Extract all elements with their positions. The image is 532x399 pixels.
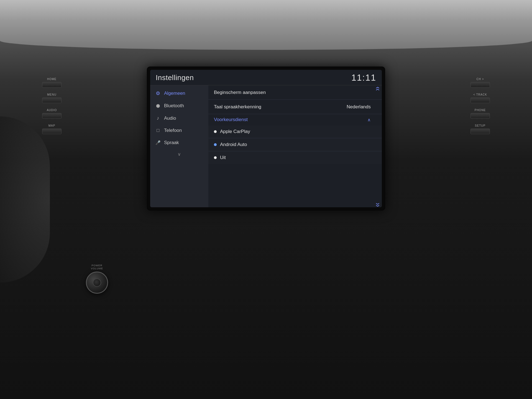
home-btn-group: HOME [42,78,62,88]
power-knob-inner [93,278,101,287]
track-btn-group: < TRACK [470,93,490,103]
taal-label: Taal spraakherkenning [214,104,261,110]
audio-button[interactable] [42,113,62,119]
setup-button[interactable] [470,129,490,134]
sidebar-item-spraak[interactable]: 🎤 Spraak [150,137,208,149]
power-volume-knob[interactable] [86,272,108,294]
screen-body: ⚙ Algemeen ⬢ Bluetooth ♪ Audio ☐ Telefoo… [150,85,382,207]
map-label: MAP [48,124,55,127]
map-button[interactable] [42,129,62,134]
taal-item[interactable]: Taal spraakherkenning Nederlands [208,100,382,114]
menu-label: MENU [47,93,56,96]
sidebar-item-audio[interactable]: ♪ Audio [150,112,208,124]
content-area: ❮❮ Beginscherm aanpassen Taal spraakherk… [208,85,382,207]
sidebar-label-algemeen: Algemeen [164,91,185,96]
setup-btn-group: SETUP [470,124,490,134]
phone-label: PHONE [475,109,486,112]
phone-icon: ☐ [155,128,161,133]
beginscherm-item[interactable]: Beginscherm aanpassen [208,85,382,100]
screen-bezel: Instellingen 11:11 ⚙ Algemeen ⬢ Bluetoot… [147,66,385,211]
uit-radio-dot [214,156,217,159]
sidebar-more-button[interactable]: ∨ [150,149,208,160]
chevron-down-icon: ∨ [178,152,181,157]
ch-button[interactable] [470,82,490,88]
taal-value: Nederlands [347,104,371,110]
menu-btn-group: MENU [42,93,62,103]
screen-time: 11:11 [351,73,376,83]
phone-button[interactable] [470,113,490,119]
infotainment-screen: Instellingen 11:11 ⚙ Algemeen ⬢ Bluetoot… [150,70,382,207]
scroll-down-button[interactable]: ❯❯ [376,203,379,206]
android-auto-item[interactable]: Android Auto [208,138,382,151]
beginscherm-label: Beginscherm aanpassen [214,90,266,95]
chevron-down-icon: ❯❯ [376,203,380,206]
mic-icon: 🎤 [155,140,161,145]
audio-label: AUDIO [47,109,57,112]
audio-btn-group: AUDIO [42,109,62,119]
menu-button[interactable] [42,98,62,103]
chevron-up-icon: ❮❮ [376,86,380,90]
sidebar-label-audio: Audio [164,116,176,121]
screen-title: Instellingen [156,73,194,82]
android-radio-dot [214,143,217,146]
car-dashboard: HOME MENU AUDIO MAP POWERVOLUME CH > < T… [0,0,532,399]
ch-label: CH > [476,78,484,81]
apple-carplay-label: Apple CarPlay [220,129,250,134]
sidebar-label-telefoon: Telefoon [164,128,182,133]
gear-icon: ⚙ [155,90,161,96]
dash-top [0,0,532,50]
left-button-group: HOME MENU AUDIO MAP [42,78,62,134]
steering-wheel-hint [0,116,50,283]
sidebar-item-algemeen[interactable]: ⚙ Algemeen [150,87,208,100]
android-auto-label: Android Auto [220,142,247,147]
uit-label: Uit [220,155,226,160]
sidebar-label-spraak: Spraak [164,140,179,145]
apple-carplay-item[interactable]: Apple CarPlay [208,125,382,138]
ch-btn-group: CH > [470,78,490,88]
sidebar-item-bluetooth[interactable]: ⬢ Bluetooth [150,100,208,112]
setup-label: SETUP [475,124,485,127]
screen-header: Instellingen 11:11 [150,70,382,85]
settings-sidebar: ⚙ Algemeen ⬢ Bluetooth ♪ Audio ☐ Telefoo… [150,85,208,207]
apple-radio-dot [214,130,217,133]
music-icon: ♪ [155,115,161,121]
voorkeursdienst-label: Voorkeursdienst [214,117,248,122]
sidebar-label-bluetooth: Bluetooth [164,103,184,109]
power-volume-area: POWERVOLUME [86,264,108,294]
track-button[interactable] [470,98,490,103]
bluetooth-icon: ⬢ [155,103,161,109]
right-button-group: CH > < TRACK PHONE SETUP [470,78,490,134]
voorkeursdienst-header[interactable]: Voorkeursdienst ∧ [208,114,382,125]
section-collapse-icon: ∧ [367,117,371,122]
home-label: HOME [47,78,57,81]
phone-btn-group: PHONE [470,109,490,119]
map-btn-group: MAP [42,124,62,134]
track-label: < TRACK [473,93,487,96]
scroll-up-button[interactable]: ❮❮ [376,86,379,90]
home-button[interactable] [42,82,62,88]
uit-item[interactable]: Uit [208,151,382,164]
sidebar-item-telefoon[interactable]: ☐ Telefoon [150,124,208,137]
power-volume-label: POWERVOLUME [91,264,103,270]
